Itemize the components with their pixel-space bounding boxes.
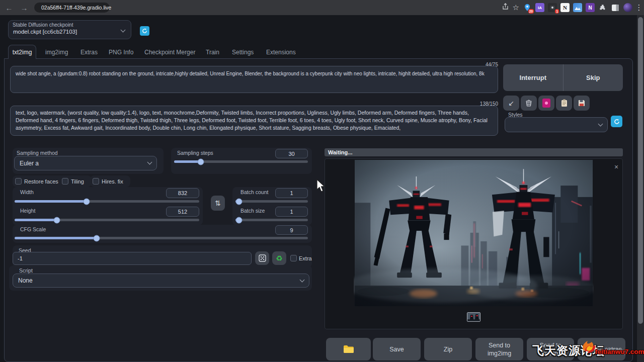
udemy-watermark: udemy <box>600 346 628 356</box>
ext-onenote-icon[interactable]: N <box>586 3 595 12</box>
extra-networks-button[interactable] <box>538 96 554 111</box>
chevron-down-icon <box>300 277 305 282</box>
styles-refresh-button[interactable] <box>611 116 622 127</box>
tiling-checkbox[interactable] <box>62 178 68 185</box>
seed-extra-checkbox[interactable] <box>290 255 297 261</box>
back-icon[interactable]: ← <box>3 2 15 14</box>
paste-params-button[interactable]: ↙ <box>503 96 519 111</box>
checkpoint-refresh-button[interactable] <box>140 26 149 36</box>
ext-image-icon[interactable] <box>573 3 582 12</box>
scrollbar-track[interactable] <box>637 15 644 362</box>
width-label: Width <box>20 189 34 195</box>
dice-icon <box>259 254 266 262</box>
tab-extras[interactable]: Extras <box>80 49 98 56</box>
height-input[interactable]: 512 <box>166 207 199 217</box>
skip-button[interactable]: Skip <box>564 64 623 91</box>
script-select[interactable]: None <box>13 274 309 288</box>
scrollbar-thumb[interactable] <box>638 17 643 324</box>
slider-handle[interactable] <box>94 235 100 241</box>
chevron-down-icon <box>147 160 152 165</box>
checkpoint-dropdown[interactable]: Stable Diffusion checkpoint model.ckpt [… <box>8 20 131 39</box>
tab-png-info[interactable]: PNG Info <box>109 49 133 56</box>
clipboard-icon <box>561 99 568 107</box>
cfg-scale-input[interactable]: 9 <box>275 225 308 235</box>
tab-extensions[interactable]: Extensions <box>266 49 296 56</box>
clear-prompt-button[interactable] <box>521 96 537 111</box>
ext-pin-icon[interactable]: 20 <box>523 3 532 12</box>
mouse-cursor <box>316 179 326 193</box>
tab-settings[interactable]: Settings <box>232 49 254 56</box>
close-icon[interactable]: × <box>614 163 618 171</box>
reuse-seed-button[interactable]: ♻ <box>272 251 286 265</box>
slider-handle[interactable] <box>54 217 60 223</box>
batch-count-slider[interactable] <box>235 200 308 203</box>
send-to-inpaint-button[interactable]: Send to inpaint <box>527 338 574 360</box>
height-label: Height <box>20 208 35 214</box>
browser-toolbar: ← → 02a56ff4-71ff-439e.gradio.live ☆ 20 … <box>0 0 644 15</box>
slider-handle[interactable] <box>236 217 243 223</box>
swap-icon: ⇅ <box>215 199 221 207</box>
sidebar-toggle-icon[interactable] <box>611 3 620 12</box>
share-icon[interactable] <box>502 3 509 13</box>
interrupt-button[interactable]: Interrupt <box>503 64 564 91</box>
menu-dots-icon[interactable]: ⋮ <box>636 2 642 14</box>
cfg-scale-label: CFG Scale <box>20 226 46 232</box>
open-folder-button[interactable] <box>326 338 371 360</box>
screen: ← → 02a56ff4-71ff-439e.gradio.live ☆ 20 … <box>0 0 644 362</box>
prompt-input[interactable]: wide shot angle, a (gundam:0.8) robot st… <box>10 66 498 93</box>
sampling-steps-slider[interactable] <box>174 160 308 163</box>
seed-extra-label: Extra <box>299 255 312 261</box>
slider-handle[interactable] <box>84 198 90 205</box>
hires-fix-label: Hires. fix <box>102 178 123 185</box>
forward-icon[interactable]: → <box>18 2 30 14</box>
ext-ia-icon[interactable]: IA <box>535 3 544 12</box>
url-bar[interactable]: 02a56ff4-71ff-439e.gradio.live <box>34 3 110 13</box>
paste-arrow-icon: ↙ <box>508 99 514 107</box>
chevron-down-icon <box>121 28 126 33</box>
restore-faces-checkbox[interactable] <box>15 178 22 185</box>
negative-prompt-input[interactable]: text, logo, watermark, (worst quality, l… <box>10 106 498 136</box>
tiling-label: Tiling <box>71 178 84 185</box>
progress-text: Waiting... <box>328 149 352 155</box>
trash-icon <box>525 100 532 107</box>
width-slider[interactable] <box>15 200 199 203</box>
bookmark-star-icon[interactable]: ☆ <box>513 2 519 14</box>
tab-img2img[interactable]: img2img <box>45 49 68 56</box>
random-seed-button[interactable] <box>255 251 269 265</box>
hires-fix-checkbox[interactable] <box>93 178 99 185</box>
generated-image[interactable] <box>354 160 594 306</box>
tab-txt2img[interactable]: txt2img <box>8 45 36 59</box>
slider-handle[interactable] <box>236 198 243 205</box>
apply-styles-button[interactable] <box>556 96 572 111</box>
ext-pin-badge: 20 <box>528 9 534 14</box>
swap-dimensions-button[interactable]: ⇅ <box>211 196 225 211</box>
batch-size-input[interactable]: 1 <box>275 207 308 217</box>
gallery-thumbnail[interactable] <box>467 312 480 322</box>
extensions-puzzle-icon[interactable] <box>598 3 607 12</box>
sampling-method-label: Sampling method <box>17 150 58 156</box>
save-style-button[interactable] <box>574 96 590 111</box>
zip-button[interactable]: Zip <box>424 338 472 360</box>
tab-train[interactable]: Train <box>206 49 219 56</box>
profile-avatar[interactable] <box>623 3 632 12</box>
styles-select[interactable] <box>505 117 608 132</box>
batch-count-input[interactable]: 1 <box>275 188 308 198</box>
send-to-img2img-button[interactable]: Send to img2img <box>475 338 523 360</box>
sampling-method-value: Euler a <box>20 160 39 167</box>
script-label: Script <box>19 267 33 274</box>
script-value: None <box>18 277 33 284</box>
batch-size-slider[interactable] <box>235 219 308 221</box>
sampling-steps-input[interactable]: 30 <box>275 149 308 158</box>
save-button[interactable]: Save <box>373 338 421 360</box>
sampling-method-select[interactable]: Euler a <box>14 156 157 170</box>
ext-notion-icon[interactable]: N <box>560 3 570 12</box>
width-input[interactable]: 832 <box>166 188 199 198</box>
height-slider[interactable] <box>15 219 199 221</box>
tab-checkpoint-merger[interactable]: Checkpoint Merger <box>144 49 195 56</box>
recycle-icon: ♻ <box>276 254 282 263</box>
seed-input[interactable]: -1 <box>13 252 252 265</box>
progress-bar: Waiting... <box>325 148 623 156</box>
slider-handle[interactable] <box>198 158 204 165</box>
ext-cam-icon[interactable]: 1 <box>548 3 557 12</box>
cfg-scale-slider[interactable] <box>15 237 308 239</box>
